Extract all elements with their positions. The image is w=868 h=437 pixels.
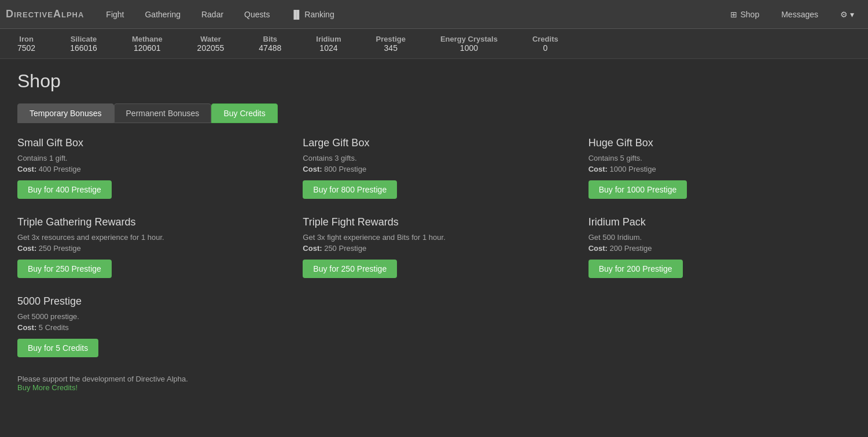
buy-triple-gathering-button[interactable]: Buy for 250 Prestige [17,260,112,278]
tab-buy-credits[interactable]: Buy Credits [211,103,277,123]
buy-large-gift-box-button[interactable]: Buy for 800 Prestige [303,180,397,199]
shop-tabs: Temporary Bonuses Permanent Bonuses Buy … [17,103,851,123]
resource-methane: Methane 120601 [132,35,163,53]
nav-quests[interactable]: Quests [234,0,280,29]
navbar: DirectiveAlpha Fight Gathering Radar Que… [0,0,868,29]
resource-iron: Iron 7502 [17,35,35,53]
buy-more-credits-link[interactable]: Buy More Credits! [17,383,78,392]
app-logo: DirectiveAlpha [6,8,84,20]
support-text: Please support the development of Direct… [17,375,851,392]
nav-links: Fight Gathering Radar Quests ▐▌Ranking [95,0,722,29]
nav-ranking[interactable]: ▐▌Ranking [280,0,344,29]
buy-triple-fight-button[interactable]: Buy for 250 Prestige [303,260,397,278]
nav-messages[interactable]: Messages [773,0,826,29]
bar-chart-icon: ▐▌ [290,10,302,19]
nav-gathering[interactable]: Gathering [134,0,190,29]
buy-huge-gift-box-button[interactable]: Buy for 1000 Prestige [589,180,687,199]
resource-water: Water 202055 [197,35,225,53]
resource-iridium: Iridium 1024 [316,35,341,53]
resource-bits: Bits 47488 [259,35,281,53]
settings-dropdown-arrow: ▾ [850,10,854,19]
buy-small-gift-box-button[interactable]: Buy for 400 Prestige [17,180,112,199]
shop-item-5000-prestige: 5000 Prestige Get 5000 prestige. Cost: 5… [17,295,279,357]
page-title: Shop [17,71,851,92]
shop-item-triple-fight: Triple Fight Rewards Get 3x fight experi… [303,216,565,278]
resource-prestige: Prestige 345 [376,35,406,53]
nav-fight[interactable]: Fight [95,0,134,29]
nav-radar[interactable]: Radar [191,0,234,29]
shop-items-grid: Small Gift Box Contains 1 gift. Cost: 40… [17,137,851,357]
resource-energy-crystals: Energy Crystals 1000 [440,35,498,53]
tab-temporary-bonuses[interactable]: Temporary Bonuses [17,103,114,123]
gear-icon: ⚙ [840,10,848,19]
shop-item-huge-gift-box: Huge Gift Box Contains 5 gifts. Cost: 10… [589,137,851,199]
resource-silicate: Silicate 166016 [70,35,97,53]
shop-grid-icon: ⊞ [730,10,737,19]
shop-item-small-gift-box: Small Gift Box Contains 1 gift. Cost: 40… [17,137,279,199]
tab-permanent-bonuses[interactable]: Permanent Bonuses [114,103,212,123]
shop-item-triple-gathering: Triple Gathering Rewards Get 3x resource… [17,216,279,278]
buy-iridium-pack-button[interactable]: Buy for 200 Prestige [589,260,683,278]
nav-shop[interactable]: ⊞ Shop [722,0,767,29]
nav-settings[interactable]: ⚙ ▾ [832,0,862,29]
shop-item-iridium-pack: Iridium Pack Get 500 Iridium. Cost: 200 … [589,216,851,278]
resource-bar: Iron 7502 Silicate 166016 Methane 120601… [0,29,868,59]
main-content: Shop Temporary Bonuses Permanent Bonuses… [0,59,868,403]
nav-right: ⊞ Shop Messages ⚙ ▾ [722,0,862,29]
shop-item-large-gift-box: Large Gift Box Contains 3 gifts. Cost: 8… [303,137,565,199]
resource-credits: Credits 0 [532,35,558,53]
buy-5000-prestige-button[interactable]: Buy for 5 Credits [17,339,98,357]
